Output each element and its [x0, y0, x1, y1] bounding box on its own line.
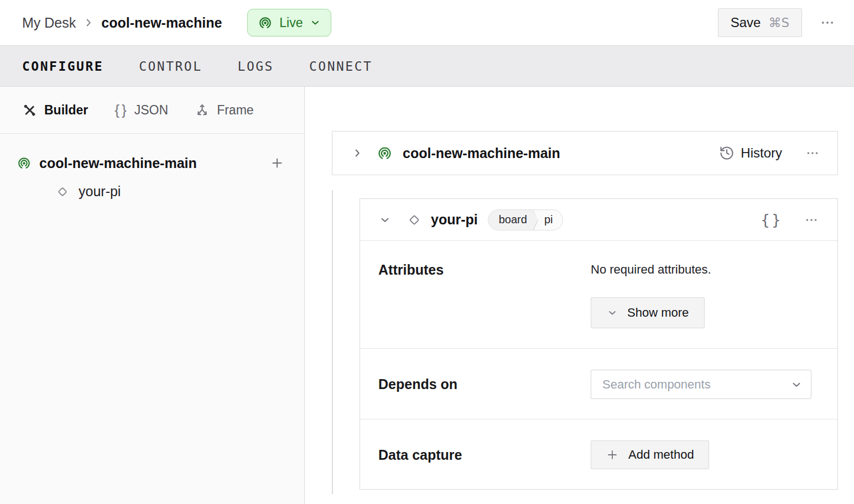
- breadcrumb-parent-link[interactable]: My Desk: [22, 15, 76, 31]
- component-card: your-pi board pi { }: [360, 198, 838, 490]
- machine-menu-button[interactable]: [816, 12, 839, 34]
- machine-part-card: cool-new-machine-main History: [332, 131, 838, 175]
- component-card-title: your-pi: [431, 212, 478, 228]
- component-menu-button[interactable]: [801, 209, 822, 230]
- attributes-empty-text: No required attributes.: [591, 262, 811, 277]
- tree-item-component[interactable]: your-pi: [17, 183, 287, 200]
- ellipsis-icon: [820, 15, 835, 30]
- diamond-icon: [55, 185, 70, 199]
- data-capture-section: Data capture Add method: [360, 419, 837, 489]
- app-window: My Desk cool-new-machine Live Save: [0, 0, 854, 504]
- tab-connect[interactable]: CONNECT: [309, 57, 372, 76]
- part-card-actions: History: [719, 143, 823, 164]
- data-capture-label: Data capture: [378, 447, 591, 463]
- mode-builder[interactable]: Builder: [22, 103, 88, 118]
- view-mode-bar: Builder { } JSON Frame: [0, 87, 304, 134]
- tree-item-machine-part[interactable]: cool-new-machine-main: [17, 154, 287, 172]
- add-method-button[interactable]: Add method: [591, 440, 709, 469]
- collapse-component-button[interactable]: [377, 212, 393, 228]
- machine-tree: cool-new-machine-main your-pi: [0, 134, 304, 200]
- tab-logs[interactable]: LOGS: [238, 57, 274, 76]
- broadcast-live-icon: [377, 145, 393, 161]
- diamond-icon: [407, 212, 422, 228]
- save-shortcut-hint: ⌘S: [768, 15, 789, 30]
- component-card-actions: { }: [758, 209, 822, 230]
- mode-json-label: JSON: [134, 103, 168, 118]
- live-status-dropdown[interactable]: Live: [247, 9, 331, 36]
- raw-json-icon[interactable]: { }: [758, 210, 783, 229]
- mode-frame-label: Frame: [217, 103, 253, 118]
- mode-builder-label: Builder: [44, 103, 88, 118]
- history-button[interactable]: History: [719, 145, 782, 161]
- search-components-input[interactable]: [591, 370, 811, 399]
- component-type-badge: board pi: [488, 209, 564, 230]
- add-method-label: Add method: [628, 448, 694, 462]
- plus-icon: [270, 156, 284, 170]
- history-button-label: History: [741, 145, 782, 161]
- broadcast-live-icon: [17, 156, 32, 171]
- chevron-right-icon: [351, 147, 363, 159]
- component-card-header: your-pi board pi { }: [360, 199, 837, 240]
- chevron-down-icon: [607, 307, 618, 318]
- ellipsis-icon: [804, 213, 819, 227]
- clock-history-icon: [719, 145, 735, 161]
- chevron-down-icon: [310, 17, 321, 28]
- save-button[interactable]: Save ⌘S: [718, 8, 802, 37]
- braces-icon: { }: [114, 102, 127, 119]
- part-menu-button[interactable]: [802, 143, 823, 164]
- attributes-label: Attributes: [378, 262, 591, 328]
- show-more-label: Show more: [627, 306, 689, 320]
- tree-connector-line: your-pi board pi { }: [332, 190, 838, 494]
- depends-on-label: Depends on: [378, 376, 591, 392]
- content-area: Builder { } JSON Frame: [0, 87, 854, 504]
- data-capture-content: Add method: [591, 440, 811, 469]
- tree-component-label: your-pi: [79, 183, 121, 200]
- depends-on-section: Depends on: [360, 348, 837, 419]
- config-sidebar: Builder { } JSON Frame: [0, 87, 305, 504]
- tab-configure[interactable]: CONFIGURE: [22, 57, 103, 76]
- chevron-right-icon: [82, 17, 95, 29]
- axes-icon: [195, 103, 210, 118]
- mode-json[interactable]: { } JSON: [114, 102, 168, 119]
- save-button-label: Save: [731, 15, 761, 30]
- badge-type: board: [488, 210, 538, 230]
- show-more-button[interactable]: Show more: [591, 297, 705, 328]
- mode-frame[interactable]: Frame: [195, 103, 253, 118]
- ellipsis-icon: [805, 146, 820, 160]
- plus-icon: [606, 448, 619, 461]
- breadcrumb: My Desk cool-new-machine: [22, 15, 222, 31]
- tools-icon: [22, 103, 37, 118]
- machine-name: cool-new-machine: [101, 15, 222, 31]
- broadcast-live-icon: [258, 15, 273, 30]
- attributes-section: Attributes No required attributes. Show …: [360, 240, 837, 348]
- main-tab-bar: CONFIGURE CONTROL LOGS CONNECT: [0, 45, 854, 87]
- top-bar-actions: Save ⌘S: [718, 8, 839, 37]
- add-component-button[interactable]: [268, 154, 287, 172]
- badge-model: pi: [539, 210, 563, 230]
- config-main-panel: cool-new-machine-main History: [305, 87, 854, 504]
- depends-on-select: [591, 370, 811, 399]
- tree-part-label: cool-new-machine-main: [39, 155, 197, 171]
- live-status-label: Live: [279, 15, 303, 30]
- expand-part-button[interactable]: [349, 145, 366, 161]
- top-bar: My Desk cool-new-machine Live Save: [0, 0, 854, 45]
- part-card-title: cool-new-machine-main: [403, 145, 560, 161]
- tab-control[interactable]: CONTROL: [139, 57, 202, 76]
- attributes-content: No required attributes. Show more: [591, 262, 811, 328]
- chevron-down-icon: [379, 214, 391, 226]
